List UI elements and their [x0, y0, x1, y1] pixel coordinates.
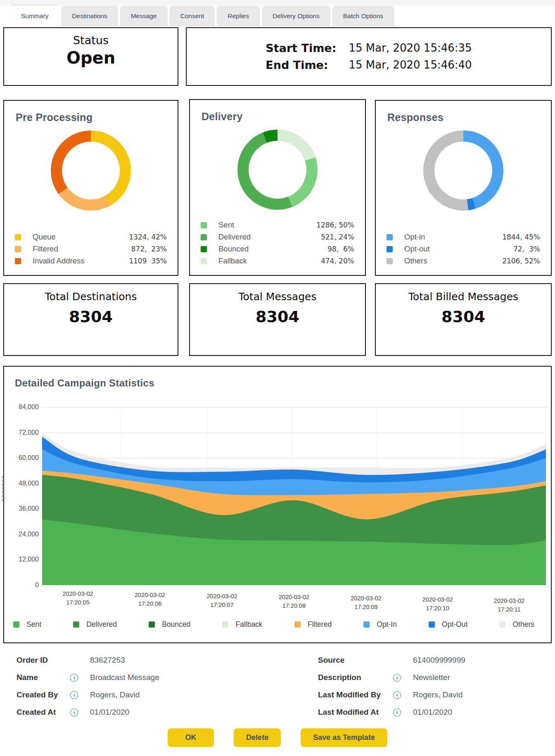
legend-label: Fallback: [218, 256, 321, 265]
info-icon[interactable]: i: [70, 674, 78, 682]
tab-destinations[interactable]: Destinations: [61, 6, 118, 26]
legend-label: Bounced: [162, 620, 190, 629]
tab-summary[interactable]: Summary: [10, 6, 59, 26]
tab-message[interactable]: Message: [120, 6, 168, 26]
x-tick-line: 2020-03-02: [191, 592, 253, 601]
panel-title-delivery: Delivery: [202, 111, 243, 123]
tab-replies[interactable]: Replies: [217, 6, 260, 26]
legend-label: Filtered: [33, 244, 131, 254]
chart-edge-drag-handle[interactable]: [2, 476, 6, 501]
legend-swatch-icon: [13, 621, 19, 628]
x-tick-line: 17:20:06: [119, 600, 181, 608]
legend-swatch-icon: [201, 258, 207, 264]
legend-swatch-icon: [429, 621, 435, 628]
y-tick-label: 48,000: [19, 480, 39, 487]
detail-value: 83627253: [90, 656, 125, 665]
info-icon[interactable]: i: [70, 709, 78, 716]
legend-label: Filtered: [308, 620, 332, 629]
x-tick-label-1: 2020-03-0217:20:05: [47, 590, 109, 607]
legend-swatch-icon: [363, 621, 370, 628]
legend-item-filtered[interactable]: Filtered872, 23%: [15, 244, 167, 254]
detail-row-last-modified-at: Last Modified Ati01/01/2020: [318, 704, 555, 721]
chart-legend-item-filtered[interactable]: Filtered: [294, 620, 332, 629]
legend-item-opt-out[interactable]: Opt-out72, 3%: [387, 244, 540, 254]
detail-icon-slot: i: [393, 709, 413, 716]
ok-button[interactable]: OK: [168, 728, 214, 747]
chart-y-axis: 84,00072,00060,00048,00036,00024,00012,0…: [4, 407, 39, 585]
legend-value: 474, 20%: [321, 257, 354, 265]
save-as-template-button[interactable]: Save as Template: [301, 728, 387, 747]
legend-swatch-icon: [222, 621, 228, 628]
legend-item-fallback[interactable]: Fallback474, 20%: [201, 256, 354, 265]
legend-swatch-icon: [201, 246, 207, 252]
detail-row-name: NameiBroadcast Message: [17, 669, 273, 686]
chart-legend-item-others[interactable]: Others: [499, 620, 534, 629]
status-panel: Status Open: [3, 27, 178, 86]
time-row-value-0: 15 Mar, 2020 15:46:35: [349, 42, 472, 55]
detail-icon-slot: i: [70, 709, 90, 716]
detail-label: Created By: [17, 690, 70, 699]
donut-pre-processing[interactable]: [51, 130, 131, 211]
chart-legend-item-sent[interactable]: Sent: [13, 620, 41, 629]
delete-button[interactable]: Delete: [234, 728, 281, 747]
legend-label: Opt-in: [404, 232, 502, 242]
legend-item-bounced[interactable]: Bounced98, 6%: [201, 244, 354, 254]
legend-item-delivered[interactable]: Delivered521, 24%: [201, 232, 354, 242]
x-tick-line: 17:20:09: [335, 603, 397, 611]
chart-legend-item-opt-out[interactable]: Opt-Out: [429, 620, 467, 629]
donut-legend-pre-processing: Queue1324, 42%Filtered872, 23%Invalid Ad…: [15, 230, 167, 268]
x-tick-label-6: 2020-03-0217:20:10: [407, 595, 469, 613]
detail-row-description: DescriptioniNewsletter: [318, 669, 555, 686]
tab-batch-options[interactable]: Batch Options: [332, 6, 394, 26]
info-icon[interactable]: i: [70, 691, 78, 699]
tab-delivery-options[interactable]: Delivery Options: [262, 6, 330, 26]
stacked-area-chart[interactable]: [42, 407, 546, 585]
legend-item-others[interactable]: Others2106, 52%: [387, 256, 540, 265]
legend-value: 2106, 52%: [502, 257, 540, 265]
donut-delivery[interactable]: [237, 130, 318, 210]
legend-label: Queue: [33, 232, 129, 242]
tab-consent[interactable]: Consent: [170, 6, 215, 26]
legend-swatch-icon: [201, 222, 207, 228]
detail-value: Newsletter: [413, 673, 450, 682]
detail-icon-slot: i: [70, 674, 90, 682]
legend-value: 1109 35%: [129, 257, 167, 265]
legend-swatch-icon: [201, 234, 207, 240]
legend-item-opt-in[interactable]: Opt-in1844, 45%: [387, 232, 540, 242]
x-tick-line: 2020-03-02: [478, 597, 540, 605]
info-icon[interactable]: i: [393, 691, 401, 699]
total-destinations-box: Total Destinations8304: [3, 283, 178, 356]
y-tick-label: 24,000: [19, 531, 39, 538]
legend-item-invalid-address[interactable]: Invalid Address1109 35%: [15, 256, 167, 265]
chart-legend-item-fallback[interactable]: Fallback: [222, 620, 262, 629]
responses-panel: ResponsesOpt-in1844, 45%Opt-out72, 3%Oth…: [375, 100, 552, 276]
legend-item-sent[interactable]: Sent1286, 50%: [201, 220, 354, 230]
chart-legend-item-opt-in[interactable]: Opt-In: [363, 620, 397, 629]
time-panel: Start Time:15 Mar, 2020 15:46:35End Time…: [186, 27, 552, 86]
legend-item-queue[interactable]: Queue1324, 42%: [15, 232, 167, 242]
detail-label: Description: [318, 673, 393, 682]
detail-value: 01/01/2020: [413, 708, 452, 717]
legend-value: 521, 24%: [321, 233, 354, 241]
x-tick-label-5: 2020-03-0217:20:09: [335, 594, 397, 611]
x-tick-line: 17:20:05: [47, 598, 109, 607]
legend-value: 872, 23%: [131, 245, 167, 253]
status-value: Open: [66, 48, 115, 67]
legend-label: Opt-In: [377, 620, 397, 629]
info-icon[interactable]: i: [393, 709, 401, 716]
detail-label: Created At: [17, 708, 70, 717]
detail-value: Broadcast Message: [90, 673, 159, 682]
legend-value: 72, 3%: [513, 245, 540, 253]
legend-swatch-icon: [15, 246, 21, 252]
detail-label: Name: [17, 673, 70, 682]
info-icon[interactable]: i: [393, 674, 401, 682]
total-value: 8304: [256, 308, 299, 326]
total-value: 8304: [69, 308, 113, 326]
detailed-statistics-panel: Detailed Campaign Statistics 84,00072,00…: [3, 366, 552, 643]
legend-swatch-icon: [499, 621, 505, 628]
chart-legend-item-delivered[interactable]: Delivered: [73, 620, 117, 629]
detail-row-order-id: Order ID83627253: [17, 652, 273, 669]
chart-legend-item-bounced[interactable]: Bounced: [149, 620, 190, 629]
legend-label: Others: [512, 620, 534, 629]
donut-responses[interactable]: [423, 130, 503, 211]
